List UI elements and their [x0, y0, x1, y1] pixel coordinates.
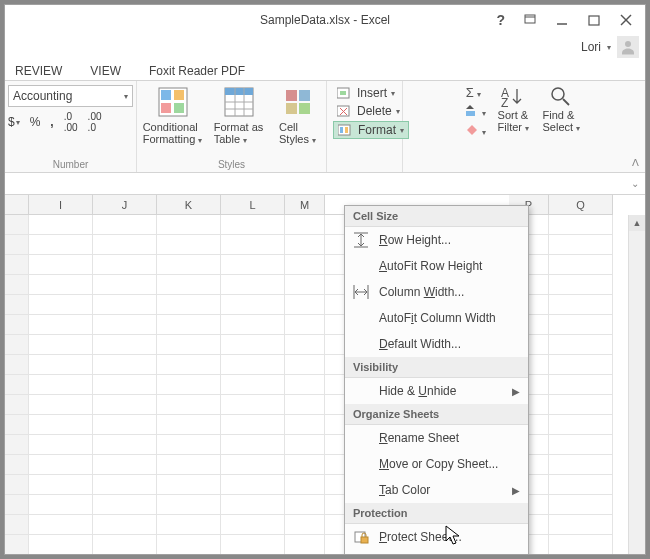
- format-button[interactable]: Format ▾: [333, 121, 409, 139]
- menu-column-width[interactable]: Column Width...: [345, 279, 528, 305]
- user-dropdown-icon[interactable]: ▾: [607, 43, 611, 52]
- svg-rect-20: [286, 103, 297, 114]
- menu-lock-cell[interactable]: Lock Cell: [345, 550, 528, 555]
- menu-section-organize: Organize Sheets: [345, 404, 528, 425]
- minimize-button[interactable]: [547, 8, 577, 32]
- svg-rect-18: [286, 90, 297, 101]
- svg-rect-13: [225, 88, 253, 95]
- expand-formula-bar-icon[interactable]: ⌄: [631, 178, 639, 189]
- menu-tab-color[interactable]: Tab Color ▶: [345, 477, 528, 503]
- svg-point-6: [625, 41, 631, 47]
- number-format-dropdown[interactable]: Accounting▾: [8, 85, 133, 107]
- conditional-formatting-button[interactable]: ConditionalFormatting ▾: [143, 85, 203, 145]
- ribbon-options-button[interactable]: [515, 8, 545, 32]
- titlebar: SampleData.xlsx - Excel ?: [5, 5, 645, 35]
- menu-section-cell-size: Cell Size: [345, 206, 528, 227]
- accounting-format-button[interactable]: $ ▾: [8, 111, 20, 133]
- col-header[interactable]: K: [157, 195, 221, 214]
- menu-move-copy[interactable]: Move or Copy Sheet...: [345, 451, 528, 477]
- help-button[interactable]: ?: [496, 12, 505, 28]
- svg-rect-27: [338, 125, 350, 135]
- ribbon-tabs: REVIEW VIEW Foxit Reader PDF: [5, 59, 645, 81]
- insert-button[interactable]: Insert ▾: [333, 85, 409, 101]
- vertical-scrollbar[interactable]: ▲: [628, 215, 645, 555]
- decrease-decimal-button[interactable]: .00.0: [88, 111, 102, 133]
- scroll-up-icon[interactable]: ▲: [629, 215, 645, 231]
- percent-format-button[interactable]: %: [30, 111, 41, 133]
- row-height-icon: [351, 231, 371, 249]
- svg-rect-8: [161, 90, 171, 100]
- tab-review[interactable]: REVIEW: [13, 62, 64, 80]
- format-as-table-button[interactable]: Format asTable ▾: [209, 85, 269, 145]
- format-dropdown-menu: Cell Size Row Height... AutoFit Row Heig…: [344, 205, 529, 555]
- svg-rect-9: [174, 90, 184, 100]
- collapse-ribbon-icon[interactable]: ᐱ: [632, 157, 639, 168]
- menu-hide-unhide[interactable]: Hide & Unhide ▶: [345, 378, 528, 404]
- menu-section-protection: Protection: [345, 503, 528, 524]
- spreadsheet-grid[interactable]: I J K L M P Q: [5, 195, 645, 555]
- autosum-button[interactable]: Σ ▾: [466, 85, 487, 100]
- column-width-icon: [351, 283, 371, 301]
- comma-format-button[interactable]: ,: [50, 111, 53, 133]
- svg-rect-42: [361, 537, 368, 543]
- increase-decimal-button[interactable]: .0.00: [64, 111, 78, 133]
- svg-line-34: [563, 99, 569, 105]
- col-header[interactable]: L: [221, 195, 285, 214]
- delete-button[interactable]: Delete ▾: [333, 103, 409, 119]
- submenu-arrow-icon: ▶: [512, 485, 520, 496]
- group-label-styles: Styles: [218, 159, 245, 170]
- tab-foxit[interactable]: Foxit Reader PDF: [147, 62, 247, 80]
- clear-button[interactable]: ▾: [466, 123, 487, 138]
- find-select-button[interactable]: Find &Select ▾: [540, 85, 582, 133]
- user-bar: Lori ▾: [5, 35, 645, 59]
- menu-protect-sheet[interactable]: Protect Sheet...: [345, 524, 528, 550]
- col-header[interactable]: J: [93, 195, 157, 214]
- maximize-button[interactable]: [579, 8, 609, 32]
- submenu-arrow-icon: ▶: [512, 386, 520, 397]
- cell-styles-button[interactable]: CellStyles ▾: [275, 85, 321, 145]
- fill-button[interactable]: ▾: [466, 104, 487, 119]
- svg-rect-23: [340, 91, 346, 95]
- menu-autofit-column[interactable]: AutoFit Column Width: [345, 305, 528, 331]
- avatar[interactable]: [617, 36, 639, 58]
- svg-rect-29: [345, 127, 348, 133]
- group-label-number: Number: [53, 159, 89, 170]
- svg-rect-28: [340, 127, 343, 133]
- menu-section-visibility: Visibility: [345, 357, 528, 378]
- menu-row-height[interactable]: Row Height...: [345, 227, 528, 253]
- svg-rect-21: [299, 103, 310, 114]
- svg-point-33: [552, 88, 564, 100]
- menu-rename-sheet[interactable]: Rename Sheet: [345, 425, 528, 451]
- svg-text:Z: Z: [501, 96, 508, 109]
- col-header[interactable]: Q: [549, 195, 613, 214]
- lock-icon: [351, 554, 371, 555]
- svg-rect-10: [161, 103, 171, 113]
- menu-autofit-row[interactable]: AutoFit Row Height: [345, 253, 528, 279]
- svg-rect-11: [174, 103, 184, 113]
- close-button[interactable]: [611, 8, 641, 32]
- user-name: Lori: [581, 40, 601, 54]
- svg-rect-19: [299, 90, 310, 101]
- col-header[interactable]: M: [285, 195, 325, 214]
- excel-window: SampleData.xlsx - Excel ? Lori ▾ REVIEW …: [4, 4, 646, 555]
- col-header[interactable]: I: [29, 195, 93, 214]
- menu-default-width[interactable]: Default Width...: [345, 331, 528, 357]
- tab-view[interactable]: VIEW: [88, 62, 123, 80]
- protect-sheet-icon: [351, 528, 371, 546]
- ribbon: Accounting▾ $ ▾ % , .0.00 .00.0 Number C…: [5, 81, 645, 173]
- svg-rect-30: [466, 111, 475, 116]
- sort-filter-button[interactable]: AZ Sort &Filter ▾: [492, 85, 534, 133]
- svg-rect-0: [525, 15, 535, 23]
- window-title: SampleData.xlsx - Excel: [260, 13, 390, 27]
- formula-bar-row: ⌄: [5, 173, 645, 195]
- svg-rect-3: [589, 16, 599, 25]
